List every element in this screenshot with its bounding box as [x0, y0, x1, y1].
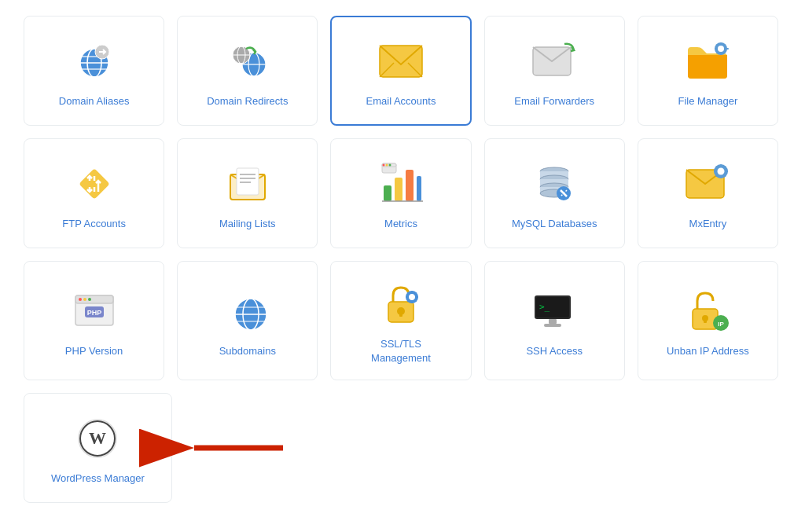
mxentry-icon — [684, 160, 731, 207]
ssh-access-label: SSH Access — [526, 344, 583, 358]
svg-rect-64 — [720, 175, 722, 178]
svg-rect-26 — [720, 52, 722, 55]
svg-rect-65 — [714, 171, 717, 172]
svg-rect-28 — [726, 48, 729, 50]
card-domain-aliases[interactable]: Domain Aliases — [24, 16, 164, 126]
ssh-access-icon: >_ — [531, 288, 578, 335]
svg-rect-63 — [720, 164, 722, 167]
ftp-accounts-label: FTP Accounts — [62, 217, 126, 231]
svg-rect-29 — [79, 168, 110, 200]
wordpress-manager-icon: W — [74, 415, 121, 462]
unban-ip-icon: IP — [684, 288, 731, 335]
svg-rect-101 — [544, 324, 561, 327]
php-version-icon: PHP — [71, 288, 118, 335]
unban-ip-label: Unban IP Address — [667, 344, 749, 358]
card-mailing-lists[interactable]: Mailing Lists — [177, 138, 318, 248]
svg-point-75 — [88, 298, 91, 301]
svg-rect-90 — [411, 300, 413, 303]
svg-rect-25 — [720, 42, 722, 46]
svg-text:>_: >_ — [539, 302, 550, 312]
email-accounts-label: Email Accounts — [366, 94, 436, 108]
card-metrics[interactable]: Metrics — [330, 138, 471, 248]
card-mysql-databases[interactable]: MySQL Databases — [484, 138, 625, 248]
card-domain-redirects[interactable]: Domain Redirects — [177, 16, 318, 126]
svg-rect-89 — [411, 291, 413, 294]
card-ssl-tls[interactable]: SSL/TLS Management — [330, 261, 471, 380]
svg-rect-92 — [415, 296, 418, 298]
row4-container: W WordPress Manager — [24, 393, 778, 503]
card-ftp-accounts[interactable]: FTP Accounts — [24, 138, 164, 248]
card-mxentry[interactable]: MxEntry — [638, 138, 778, 248]
app-grid: Domain Aliases Domain Redirects — [24, 16, 778, 380]
svg-rect-91 — [406, 296, 409, 298]
svg-point-46 — [382, 163, 384, 166]
domain-aliases-label: Domain Aliases — [59, 94, 130, 108]
ssl-tls-icon — [377, 281, 425, 328]
domain-redirects-label: Domain Redirects — [207, 94, 288, 108]
svg-rect-27 — [715, 48, 718, 50]
svg-rect-40 — [395, 178, 402, 201]
svg-point-48 — [388, 163, 391, 166]
card-email-forwarders[interactable]: Email Forwarders — [484, 16, 625, 126]
card-file-manager[interactable]: File Manager — [638, 16, 778, 126]
ftp-accounts-icon — [71, 160, 118, 207]
svg-text:PHP: PHP — [86, 309, 101, 317]
mysql-databases-label: MySQL Databases — [512, 217, 597, 231]
card-email-accounts[interactable]: Email Accounts — [330, 16, 471, 126]
svg-point-24 — [718, 46, 724, 52]
svg-point-73 — [79, 298, 82, 301]
card-unban-ip[interactable]: IP Unban IP Address — [638, 261, 778, 380]
email-forwarders-label: Email Forwarders — [514, 94, 594, 108]
mysql-databases-icon — [531, 160, 578, 207]
svg-point-47 — [385, 163, 388, 166]
mxentry-label: MxEntry — [689, 217, 727, 231]
svg-rect-100 — [549, 319, 557, 324]
card-php-version[interactable]: PHP PHP Version — [24, 261, 164, 380]
svg-rect-104 — [704, 318, 707, 323]
red-arrow-icon — [185, 432, 287, 464]
svg-rect-39 — [384, 185, 391, 201]
arrow-container — [185, 432, 287, 464]
mailing-lists-icon — [224, 160, 271, 207]
svg-rect-66 — [725, 171, 728, 172]
metrics-icon — [377, 160, 425, 207]
svg-point-62 — [718, 167, 725, 174]
file-manager-icon — [684, 38, 731, 85]
subdomains-label: Subdomains — [219, 344, 276, 358]
svg-text:W: W — [89, 428, 106, 448]
file-manager-label: File Manager — [678, 94, 737, 108]
email-accounts-icon — [377, 38, 425, 85]
php-version-label: PHP Version — [65, 344, 123, 358]
metrics-label: Metrics — [384, 217, 417, 231]
subdomains-icon — [224, 288, 271, 335]
card-ssh-access[interactable]: >_ SSH Access — [484, 261, 625, 380]
svg-point-88 — [409, 294, 415, 300]
svg-rect-86 — [399, 311, 402, 317]
svg-rect-41 — [406, 170, 414, 201]
svg-rect-35 — [237, 168, 259, 195]
wordpress-manager-label: WordPress Manager — [51, 471, 145, 486]
mailing-lists-label: Mailing Lists — [219, 217, 276, 231]
svg-rect-42 — [417, 176, 421, 201]
svg-text:IP: IP — [719, 321, 725, 328]
domain-aliases-icon — [71, 38, 118, 85]
ssl-tls-label: SSL/TLS Management — [371, 337, 431, 365]
email-forwarders-icon — [531, 38, 578, 85]
svg-point-74 — [83, 298, 86, 301]
domain-redirects-icon — [224, 38, 271, 85]
card-subdomains[interactable]: Subdomains — [177, 261, 318, 380]
card-wordpress-manager[interactable]: W WordPress Manager — [24, 393, 172, 503]
